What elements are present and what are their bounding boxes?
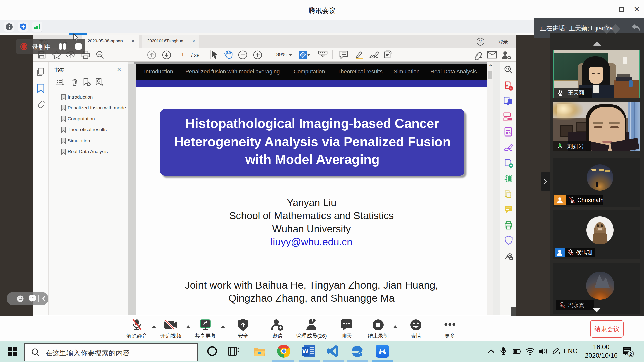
svg-text:A: A [506, 84, 508, 87]
